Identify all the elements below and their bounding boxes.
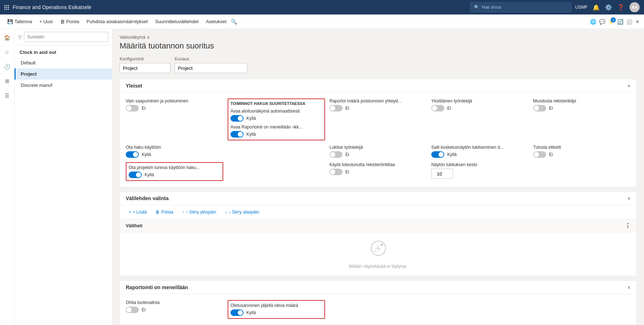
home-icon[interactable]: 🏠 (1, 32, 13, 43)
toggle-raportoi: Raportoi määrä poistumisen yhteyd... Ei (329, 98, 427, 140)
delete-button[interactable]: 🗑 Poista (57, 17, 82, 26)
save-button[interactable]: 💾 Tallenna (4, 17, 35, 26)
kuvaus-input[interactable] (175, 63, 247, 73)
sidebar-filter-input[interactable] (24, 32, 108, 42)
star-icon[interactable]: ☆ (1, 46, 13, 58)
yleiset-body: Vain saapuminen ja poistuminen Ei TOIMIN… (120, 93, 636, 187)
down-icon: ↓ (225, 210, 227, 215)
col4-group: Salli kosketusnäytön lukitseminen d... K… (431, 145, 529, 181)
toggle-oletusarvoinen-switch[interactable] (230, 309, 244, 316)
clean-button[interactable]: Puhdista asiakasmäärntykset (84, 17, 151, 26)
save-draft-icon[interactable]: ⬜ (626, 19, 632, 25)
yleiset-title: Yleiset (126, 83, 142, 89)
settings-icon[interactable]: ⚙️ (605, 4, 612, 11)
apps-icon[interactable] (4, 5, 9, 10)
list-icon[interactable]: ☰ (1, 90, 13, 101)
toggle-raportoi-switch[interactable] (329, 105, 342, 111)
move-up-button[interactable]: ↑ ↑ Siirry ylöspäin (179, 208, 219, 216)
filter-icon: ▽ (18, 34, 22, 40)
toggle-salli: Salli kosketusnäytön lukitseminen d... K… (431, 145, 529, 158)
region-label: USMF (575, 5, 587, 10)
toggle-ota-haku-switch[interactable] (126, 151, 139, 158)
top-bar-actions: USMF 🔔 ⚙️ ❓ AA (575, 2, 640, 12)
toggle-oletusarvoinen-box: Oletusarvoinen jäljellä oleva määrä Kyll… (228, 300, 325, 319)
toggle-vain-saapuminen: Vain saapuminen ja poistuminen Ei (126, 98, 223, 140)
recent-icon[interactable]: 🕐 (1, 61, 13, 72)
settings-button[interactable]: Asetukset (203, 17, 229, 26)
toggle-kaytat-switch[interactable] (329, 169, 342, 175)
nayton-lukituksen-field: Näytön lukituksen kesto (431, 162, 529, 179)
up-icon: ↑ (182, 210, 184, 215)
form-row: Konfigurointi Kuvaus (120, 56, 637, 73)
empty-text: Mitään näytettävää ei löytynyt. (349, 264, 407, 269)
yleiset-section: Yleiset ∧ Vain saapuminen ja poistuminen… (120, 79, 637, 187)
toggle-avaa-raportointi-switch[interactable] (230, 131, 244, 138)
konfigurointi-field: Konfigurointi (120, 56, 170, 73)
refresh-icon[interactable]: 🔄 (617, 19, 623, 25)
toggle-ota-haku: Ota haku käyttöön Kyllä (126, 145, 223, 158)
nayton-lukituksen-input[interactable] (431, 169, 453, 179)
valilehden-header[interactable]: Välilehden valinta ∧ (120, 192, 636, 205)
raportointi-body: Ohita tuotevalinta Ei Oletusarvoinen jäl… (120, 294, 636, 325)
raportointi-header[interactable]: Raportointi on meneillään ∧ (120, 281, 636, 294)
col2-empty (228, 145, 325, 181)
new-button[interactable]: + Uusi (36, 17, 55, 26)
toggle-projektin-tunnus-box: Ota projektin tunnus käyttöön haku... Ky… (126, 162, 223, 181)
col1-group: Ota haku käyttöön Kyllä Ota projektin tu… (126, 145, 223, 181)
trash-icon: 🗑 (155, 210, 160, 215)
toggle-ohita-switch[interactable] (126, 307, 139, 313)
empty-icon (370, 240, 387, 260)
save-icon: 💾 (7, 19, 13, 24)
toggle-muodosta-switch[interactable] (533, 105, 546, 111)
notif-badge[interactable]: ⚡ 0 (608, 19, 614, 25)
globe-icon[interactable]: 🌐 (590, 19, 596, 25)
design-tabs-button[interactable]: Suunnitteluvälilehdet (152, 17, 201, 26)
yleiset-header[interactable]: Yleiset ∧ (120, 79, 636, 93)
sidebar: ▽ Clock in and out Default Project Discr… (14, 29, 112, 325)
close-icon[interactable]: ✕ (635, 19, 640, 25)
konfigurointi-input[interactable] (120, 63, 170, 73)
svg-point-1 (381, 244, 383, 246)
delete-icon: 🗑 (60, 19, 65, 24)
col3-group: Lukitse työntekijä Ei Käytä toteutunutta… (329, 145, 427, 181)
sidebar-item-discrete[interactable]: Discrete manuf (14, 80, 112, 91)
sidebar-item-default[interactable]: Default (14, 57, 112, 68)
toggle-tulosta-switch[interactable] (533, 151, 546, 158)
valilehden-title: Välilehden valinta (126, 195, 169, 201)
content-area: Vakionäkymä ∨ Määritä tuotannon suoritus… (112, 29, 644, 325)
command-bar: 💾 Tallenna + Uusi 🗑 Poista Puhdista asia… (0, 14, 644, 29)
toiminnot-group: TOIMINNOT HAKUA SUORITETTAESSA Avaa aloi… (228, 98, 325, 140)
sidebar-item-project[interactable]: Project (14, 68, 112, 80)
main-layout: 🏠 ☆ 🕐 ⊞ ☰ ▽ Clock in and out Default Pro… (0, 29, 644, 325)
user-avatar[interactable]: AA (630, 2, 640, 12)
breadcrumb: Vakionäkymä ∨ (120, 35, 637, 40)
toggle-lukitse-switch[interactable] (329, 151, 342, 158)
toggle-vain-saapuminen-switch[interactable] (126, 105, 139, 111)
help-icon[interactable]: ❓ (617, 4, 624, 11)
global-search[interactable]: 🔍 Hae sivua (470, 2, 572, 12)
chevron-down-icon: ∨ (147, 35, 150, 40)
move-down-button[interactable]: ↓ ↓ Siirry alaspäin (222, 208, 262, 216)
sidebar-filter-area: ▽ (14, 29, 112, 45)
delete-tab-button[interactable]: 🗑 Poista (153, 208, 176, 216)
icon-bar: 🏠 ☆ 🕐 ⊞ ☰ (0, 29, 14, 325)
more-icon[interactable]: ⋮ (625, 222, 631, 229)
top-bar: Finance and Operations Esikatsele 🔍 Hae … (0, 0, 644, 14)
modules-icon[interactable]: ⊞ (1, 75, 13, 87)
toggle-yksittainen-switch[interactable] (431, 105, 444, 111)
kuvaus-field: Kuvaus (175, 56, 247, 73)
toggle-avaa-aloitus-switch[interactable] (230, 115, 244, 122)
toggle-projektin-tunnus-switch[interactable] (129, 172, 142, 178)
toggle-salli-switch[interactable] (431, 151, 444, 158)
raportointi-chevron: ∧ (627, 285, 631, 290)
search-placeholder: Hae sivua (482, 5, 501, 10)
toggle-avaa-raportointi: Avaa Raportointi on meneillään -ikk... K… (230, 124, 322, 138)
search-cmd-icon[interactable]: 🔍 (231, 19, 237, 25)
valilehden-section: Välilehden valinta ∧ + + Lisää 🗑 Poista … (120, 191, 637, 276)
sidebar-section-title: Clock in and out (14, 45, 112, 57)
chat-icon[interactable]: 💬 (599, 19, 605, 25)
yleiset-chevron: ∧ (627, 83, 631, 88)
add-tab-button[interactable]: + + Lisää (126, 208, 150, 216)
notification-icon[interactable]: 🔔 (593, 4, 600, 11)
toggle-projektin-tunnus: Ota projektin tunnus käyttöön haku... Ky… (129, 165, 220, 178)
